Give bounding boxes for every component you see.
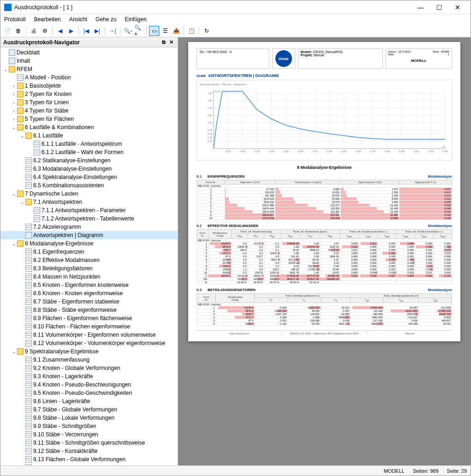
tbl-icon xyxy=(34,215,40,222)
zoom-out-icon[interactable]: 🔍- xyxy=(123,26,133,36)
navigator-panel: Ausdruckprotokoll-Navigator ⧉ ✕ Deckblat… xyxy=(0,37,178,465)
refresh-icon[interactable]: ↻ xyxy=(202,26,212,36)
tree-item[interactable]: ⌄7 Dynamische Lasten xyxy=(0,190,178,198)
tree-item[interactable]: ›5 Typen für Flächen xyxy=(0,115,178,123)
delete-doc-icon[interactable]: 🗑 xyxy=(13,26,24,36)
last-icon[interactable]: ▶| xyxy=(92,26,102,36)
tree-item[interactable]: 8.5 Knoten - Eigenformen knotenweise xyxy=(0,281,178,289)
folder-icon xyxy=(17,99,24,106)
tree-item[interactable]: ⌄RFEM xyxy=(0,65,178,73)
tree-item[interactable]: Inhalt xyxy=(0,57,178,65)
tree-item[interactable]: 9.7 Stäbe - Globale Verformungen xyxy=(0,405,178,414)
tree-item[interactable]: ⌄8 Modalanalyse-Ergebnisse xyxy=(0,239,178,248)
float-icon[interactable]: ⧉ xyxy=(160,39,167,46)
menu-ansicht[interactable]: Ansicht xyxy=(69,16,87,23)
tree-item[interactable]: ⌄9 Spektralanalyse-Ergebnisse xyxy=(0,347,178,356)
tree-item[interactable]: 7.1.2 Antwortspektren - Tabellenwerte xyxy=(0,214,178,223)
navigator-tree[interactable]: DeckblattInhalt⌄RFEMA Modell - Position›… xyxy=(0,48,178,465)
modalmassen-table: FormNr.ModalmasseM [kg]Transl. eff. Moda… xyxy=(197,229,452,284)
tree-item[interactable]: 8.2 Effektive Modalmassen xyxy=(0,256,178,264)
next-icon[interactable]: ▶ xyxy=(66,26,76,36)
window-title: Ausdruckprotokoll - [ 1 ] xyxy=(14,4,411,11)
tree-item[interactable]: 8.8 Stäbe - Stäbe eigenformweise xyxy=(0,306,178,314)
tree-item[interactable]: 9.13 Flächen - Globale Verformungen xyxy=(0,455,178,464)
prev-icon[interactable]: ◀ xyxy=(55,26,65,36)
tree-item[interactable]: ⌄7.1 Antwortspektren xyxy=(0,198,178,206)
first-icon[interactable]: |◀ xyxy=(81,26,91,36)
tree-item[interactable]: ›4 Typen für Stäbe xyxy=(0,107,178,115)
tree-item[interactable]: 9.4 Knoten - Pseudo-Beschleunigungen xyxy=(0,381,178,389)
tbl-icon xyxy=(17,74,24,81)
tree-item[interactable]: 6.3 Modalanalyse-Einstellungen xyxy=(0,165,178,173)
tree-item[interactable]: ⌄6.1 Lastfälle xyxy=(0,131,178,140)
tbl-icon xyxy=(25,298,32,305)
tree-item[interactable]: 8.6 Knoten - Knoten eigenformweise xyxy=(0,289,178,298)
tree-item[interactable]: 6.5 Kombinationsassistenten xyxy=(0,181,178,190)
tree-item[interactable]: 8.3 Beteiligungsfaktoren xyxy=(0,264,178,273)
menu-protokoll[interactable]: Protokoll xyxy=(4,16,26,23)
tree-item[interactable]: 7.2 Akzelerogramm xyxy=(0,223,178,231)
tree-item[interactable]: 9.3 Knoten - Lagerkräfte xyxy=(0,372,178,381)
tree-item[interactable]: 8.7 Stäbe - Eigenformen stabweise xyxy=(0,298,178,306)
tree-item[interactable]: 9.6 Linien - Lagerkräfte xyxy=(0,397,178,405)
tree-item[interactable]: Deckblatt xyxy=(0,48,178,57)
tree-item[interactable]: 8.12 Volumenkörper - Volumenkörper eigen… xyxy=(0,339,178,347)
zoom-in-icon[interactable]: 🔍+ xyxy=(134,26,144,36)
tree-item[interactable]: 9.2 Knoten - Globale Verformungen xyxy=(0,364,178,372)
tbl-icon xyxy=(25,166,32,172)
copy-icon[interactable]: 📋 xyxy=(186,26,197,36)
print-setup-icon[interactable]: ⚙ xyxy=(40,26,50,36)
preview-area[interactable]: Tel.: +49 96/3 9203 - 0 Dlubal Modell: 2… xyxy=(178,37,471,465)
svg-text:2.000: 2.000 xyxy=(327,150,333,153)
svg-text:3.000: 3.000 xyxy=(384,150,390,153)
tbl-icon xyxy=(25,431,32,438)
tree-item[interactable]: 9.10 Stäbe - Verzerrungen xyxy=(0,430,178,439)
menu-einfuegen[interactable]: Einfügen xyxy=(125,16,146,23)
tree-item[interactable]: 9.12 Stäbe - Kontaktkräfte xyxy=(0,447,178,455)
tree-item[interactable]: 8.9 Flächen - Eigenformen flächenweise xyxy=(0,314,178,322)
tree-item[interactable]: 8.1 Eigenfrequenzen xyxy=(0,248,178,256)
svg-text:3.500: 3.500 xyxy=(413,150,419,153)
tree-item[interactable]: 8.10 Flächen - Flächen eigenformweise xyxy=(0,322,178,331)
svg-text:0.40: 0.40 xyxy=(208,132,212,135)
tbl-icon xyxy=(25,249,32,255)
export-icon[interactable]: 📤 xyxy=(171,26,181,36)
tree-item[interactable]: ⌄6 Lastfälle & Kombinationen xyxy=(0,123,178,131)
new-doc-icon[interactable]: 📄 xyxy=(2,26,12,36)
folder-icon xyxy=(17,124,24,131)
tbl-icon xyxy=(25,373,32,380)
app-icon xyxy=(4,4,12,11)
tree-item[interactable]: 7.1.1 Antwortspektren - Parameter xyxy=(0,206,178,214)
tree-item[interactable]: 9.8 Stäbe - Lokale Verformungen xyxy=(0,414,178,422)
statusbar: MODELL Seiten: 989 Seite: 29 xyxy=(0,465,471,476)
list-icon[interactable]: ☰ xyxy=(160,26,170,36)
tree-item[interactable]: 6.1.1 Lastfälle - Antwortspektrum xyxy=(0,140,178,148)
tree-item[interactable]: 6.1.2 Lastfälle - Wahl der Formen xyxy=(0,148,178,156)
svg-text:1.250: 1.250 xyxy=(283,150,289,153)
tbl-icon xyxy=(25,357,32,363)
minimize-button[interactable]: — xyxy=(411,0,430,14)
tree-item[interactable]: ›3 Typen für Linien xyxy=(0,98,178,107)
tree-item[interactable]: 9.1 Zusammenfassung xyxy=(0,356,178,364)
menu-bearbeiten[interactable]: Bearbeiten xyxy=(34,16,61,23)
tree-item[interactable]: 9.9 Stäbe - Schnittgrößen xyxy=(0,422,178,430)
tree-item[interactable]: 8.11 Volumenkörper - Eigenformen volumen… xyxy=(0,331,178,339)
menu-gehezu[interactable]: Gehe zu xyxy=(95,16,116,23)
svg-text:0.500: 0.500 xyxy=(239,150,245,153)
print-icon[interactable]: 🖨 xyxy=(29,26,39,36)
status-seiten: Seiten: 989 xyxy=(413,468,439,474)
tree-item[interactable]: 9.5 Knoten - Pseudo-Geschwindigkeiten xyxy=(0,389,178,397)
tree-item[interactable]: ›2 Typen für Knoten xyxy=(0,90,178,98)
close-button[interactable]: ✕ xyxy=(448,0,467,14)
tree-item[interactable]: A Modell - Position xyxy=(0,73,178,82)
tree-item[interactable]: 6.2 Statikanalyse-Einstellungen xyxy=(0,156,178,165)
tree-item[interactable]: ›1 Basisobjekte xyxy=(0,82,178,90)
maximize-button[interactable]: ☐ xyxy=(430,0,448,14)
goto-icon[interactable]: →| xyxy=(107,26,118,36)
select-icon[interactable]: ▭ xyxy=(149,26,159,36)
close-panel-icon[interactable]: ✕ xyxy=(167,39,175,46)
tree-item[interactable]: Antwortspektren | Diagramm xyxy=(0,231,178,239)
tree-item[interactable]: 8.4 Massen in Netzpunkten xyxy=(0,273,178,281)
tree-item[interactable]: 6.4 Spektralanalyse-Einstellungen xyxy=(0,173,178,181)
tree-item[interactable]: 9.11 Stäbe - Schnittgrößen querschnittsw… xyxy=(0,439,178,447)
